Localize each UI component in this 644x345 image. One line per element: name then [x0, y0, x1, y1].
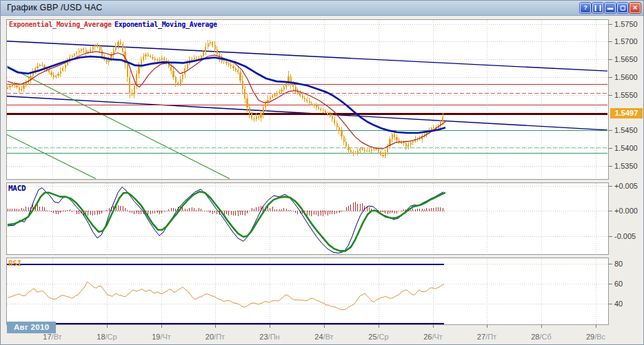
date-tick-label: 27/Пт [477, 333, 496, 341]
price-tick-label: 1.5400 [614, 144, 638, 152]
date-tick-label: 20/Пт [205, 333, 225, 341]
price-tick-label: 1.5600 [614, 73, 638, 81]
macd-tick-label: +0.000 [614, 207, 638, 215]
macd-panel-label: MACD [8, 184, 26, 193]
date-tick-label: 25/Ср [368, 333, 388, 341]
date-tick-label: 28/Сб [531, 333, 552, 341]
price-chart-svg[interactable] [1, 1, 644, 345]
date-tick-label: 19/Чт [152, 333, 171, 341]
date-tick-label: 18/Ср [97, 333, 117, 341]
date-tick-label: 24/Вт [314, 333, 333, 341]
rsi-tick-label: 40 [614, 300, 623, 308]
price-tick-label: 1.5550 [614, 91, 638, 99]
month-badge: Авг 2010 [7, 322, 56, 333]
date-tick-label: 29/Вс [586, 333, 605, 341]
macd-tick-label: -0.005 [614, 232, 636, 240]
date-tick-label: 17/Вт [43, 333, 61, 341]
legend-ema-slow: Exponential_Moving_Average [114, 21, 217, 28]
price-chart-panel[interactable]: Exponential_Moving_Average Exponential_M… [1, 1, 644, 345]
legend-ema-fast: Exponential_Moving_Average [9, 21, 112, 28]
current-price-badge: 1.5497 [610, 108, 643, 118]
price-tick-label: 1.5350 [614, 162, 638, 170]
rsi-panel-label: RSI [8, 259, 21, 268]
rsi-tick-label: 60 [614, 280, 623, 288]
rsi-tick-label: 80 [614, 260, 623, 268]
price-tick-label: 1.5650 [614, 55, 638, 63]
chart-window: График GBP /USD ЧАС ? ❙❙ ▬ ▢ ✕ Exponenti… [0, 0, 644, 345]
price-tick-label: 1.5450 [614, 126, 638, 134]
date-tick-label: 26/Чт [423, 333, 443, 341]
price-tick-label: 1.5700 [614, 37, 638, 45]
price-tick-label: 1.5750 [614, 20, 638, 28]
date-tick-label: 23/Пн [259, 333, 279, 341]
rsi-panel-frame [7, 258, 609, 325]
macd-tick-label: +0.005 [614, 182, 638, 190]
